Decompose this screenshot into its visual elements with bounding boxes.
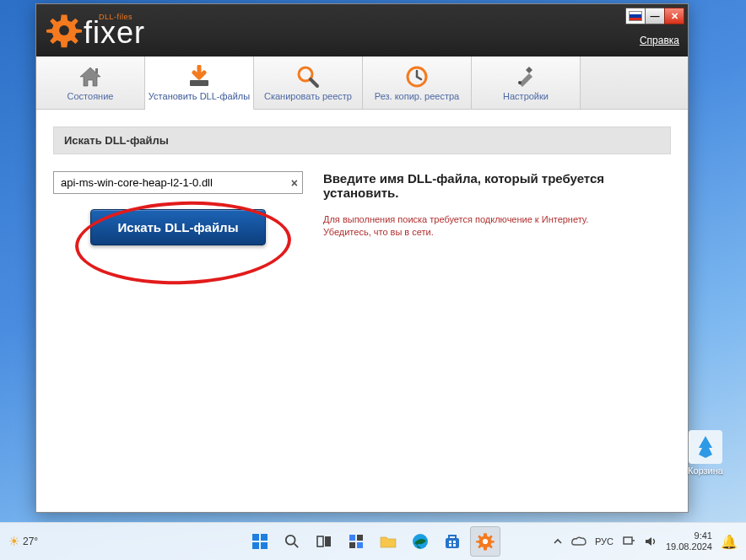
tab-strip: Состояние Установить DLL-файлы Сканирова… <box>36 57 688 110</box>
history-icon <box>405 64 429 89</box>
taskbar-center <box>246 526 500 557</box>
tray-clock[interactable]: 9:41 19.08.2024 <box>666 530 712 552</box>
close-button[interactable]: ✕ <box>664 8 684 24</box>
clear-input-icon[interactable]: × <box>291 176 298 190</box>
svg-rect-12 <box>349 535 355 541</box>
recycle-bin-icon <box>689 430 722 464</box>
logo-big-text: fixer <box>84 18 145 48</box>
gear-icon <box>46 13 82 48</box>
windows-icon <box>252 534 268 549</box>
app-header: DLL-files fixer — ✕ Справка <box>36 4 688 57</box>
tab-label: Установить DLL-файлы <box>149 91 250 101</box>
taskbar: ☀ 27° РУ <box>0 522 746 560</box>
tray-time: 9:41 <box>695 530 712 541</box>
taskbar-weather[interactable]: ☀ 27° <box>8 534 38 549</box>
svg-rect-18 <box>449 541 451 543</box>
recycle-bin-label: Корзина <box>688 466 723 476</box>
instructions-column: Введите имя DLL-файла, который требуется… <box>323 171 671 245</box>
svg-rect-13 <box>357 535 363 541</box>
svg-rect-20 <box>449 544 451 547</box>
svg-point-7 <box>518 81 522 84</box>
tray-chevron-icon[interactable] <box>553 536 563 547</box>
explorer-button[interactable] <box>374 527 403 556</box>
gear-icon <box>476 532 495 551</box>
minimize-button[interactable]: — <box>645 8 665 24</box>
home-icon <box>78 64 102 89</box>
section-title: Искать DLL-файлы <box>53 127 671 154</box>
svg-rect-11 <box>325 536 331 547</box>
edge-button[interactable] <box>406 527 435 556</box>
svg-point-1 <box>59 25 69 35</box>
content-area: Искать DLL-файлы × Искать DLL-файлы Введ… <box>36 110 688 262</box>
svg-rect-19 <box>453 541 456 543</box>
svg-rect-21 <box>453 544 456 547</box>
tab-label: Состояние <box>68 91 114 101</box>
flag-ru-icon <box>629 11 642 21</box>
search-icon <box>284 534 300 549</box>
tab-label: Сканировать реестр <box>264 91 352 101</box>
svg-point-22 <box>483 539 488 544</box>
widgets-icon <box>349 534 364 549</box>
tools-icon <box>514 64 538 89</box>
svg-point-8 <box>286 536 295 545</box>
onedrive-icon[interactable] <box>571 536 587 547</box>
tab-label: Рез. копир. реестра <box>375 91 459 101</box>
search-box: × <box>53 171 303 194</box>
dll-fixer-taskbar-button[interactable] <box>470 526 500 557</box>
volume-icon[interactable] <box>644 536 657 547</box>
task-view-icon <box>316 534 332 549</box>
sun-icon: ☀ <box>8 534 19 549</box>
svg-rect-3 <box>190 80 208 86</box>
store-button[interactable] <box>438 527 467 556</box>
desktop-recycle-bin[interactable]: Корзина <box>680 430 731 476</box>
svg-rect-10 <box>317 536 323 547</box>
dll-search-input[interactable] <box>53 171 303 194</box>
notifications-icon[interactable]: 🔔 <box>721 534 738 550</box>
language-flag-button[interactable] <box>625 8 646 24</box>
network-icon[interactable] <box>622 536 635 547</box>
tab-install-dll[interactable]: Установить DLL-файлы <box>145 57 254 110</box>
tray-language[interactable]: РУС <box>595 536 614 547</box>
window-controls: — ✕ <box>626 8 684 24</box>
hint-text: Для выполнения поиска требуется подключе… <box>323 213 671 240</box>
tab-label: Настройки <box>503 91 549 101</box>
widgets-button[interactable] <box>342 527 370 556</box>
task-view-button[interactable] <box>310 527 338 556</box>
taskbar-search-button[interactable] <box>278 527 306 556</box>
app-logo: DLL-files fixer <box>46 13 145 48</box>
download-icon <box>186 64 212 89</box>
hint-line: Для выполнения поиска требуется подключе… <box>323 214 588 224</box>
instruction-heading: Введите имя DLL-файла, который требуется… <box>323 171 671 200</box>
svg-rect-14 <box>349 542 355 548</box>
app-window: DLL-files fixer — ✕ Справка Состояние Ус… <box>35 3 689 513</box>
tab-scan-registry[interactable]: Сканировать реестр <box>254 57 363 109</box>
help-link[interactable]: Справка <box>640 35 679 46</box>
svg-rect-23 <box>624 537 632 544</box>
search-dll-button[interactable]: Искать DLL-файлы <box>90 209 267 245</box>
tray-date: 19.08.2024 <box>666 541 712 552</box>
svg-rect-2 <box>95 68 98 73</box>
start-button[interactable] <box>246 527 274 556</box>
store-icon <box>444 533 461 550</box>
svg-rect-17 <box>446 538 459 548</box>
tab-settings[interactable]: Настройки <box>472 57 581 109</box>
tab-status[interactable]: Состояние <box>36 57 145 109</box>
search-column: × Искать DLL-файлы <box>53 171 303 245</box>
svg-line-9 <box>295 544 299 548</box>
svg-rect-15 <box>357 542 363 548</box>
edge-icon <box>412 533 429 550</box>
svg-line-5 <box>311 79 317 86</box>
magnifier-icon <box>296 64 320 89</box>
hint-line: Убедитесь, что вы в сети. <box>323 227 434 237</box>
system-tray: РУС 9:41 19.08.2024 🔔 <box>553 530 738 552</box>
weather-temp: 27° <box>23 536 38 547</box>
folder-icon <box>380 534 397 549</box>
tab-backup-registry[interactable]: Рез. копир. реестра <box>363 57 472 109</box>
